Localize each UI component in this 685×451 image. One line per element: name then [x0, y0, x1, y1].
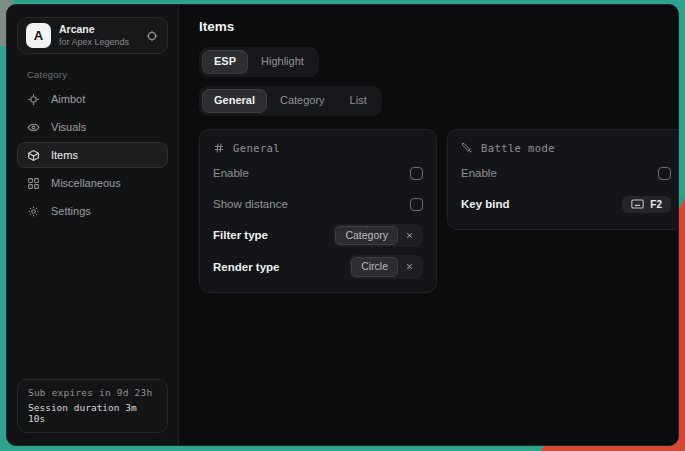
setting-label: Key bind [461, 198, 510, 210]
eye-icon [27, 121, 40, 134]
setting-row-enable: Enable [461, 162, 671, 185]
filter-type-select[interactable]: Category [333, 224, 423, 248]
main-content: Items ESP Highlight General Category Lis… [179, 5, 679, 445]
sidebar-item-label: Items [51, 149, 78, 161]
panel-general-header: General [213, 142, 423, 154]
sword-icon [461, 142, 473, 154]
view-tabbar: General Category List [199, 86, 382, 116]
panel-battle-mode: Battle mode Enable Key bind [447, 129, 679, 230]
sidebar-item-items[interactable]: Items [17, 142, 168, 168]
panel-title: General [233, 142, 280, 154]
setting-row-show-distance: Show distance [213, 193, 423, 216]
sidebar-item-settings[interactable]: Settings [17, 198, 168, 224]
sidebar: A Arcane for Apex Legends Category [7, 5, 179, 445]
sidebar-item-label: Settings [51, 205, 91, 217]
sidebar-nav: Aimbot Visuals Items [17, 85, 168, 225]
grid-icon [27, 177, 40, 190]
tab-esp[interactable]: ESP [202, 50, 248, 74]
panel-general: General Enable Show distance Filter type… [199, 129, 437, 293]
setting-label: Enable [213, 167, 249, 179]
sidebar-item-label: Visuals [51, 121, 86, 133]
crosshair-icon [27, 93, 40, 106]
setting-row-render-type: Render type Circle [213, 255, 423, 279]
tab-highlight[interactable]: Highlight [249, 50, 316, 74]
battle-enable-checkbox[interactable] [658, 167, 671, 180]
sidebar-item-label: Aimbot [51, 93, 85, 105]
render-type-select[interactable]: Circle [349, 255, 423, 279]
gear-icon [27, 205, 40, 218]
session-duration-text: Session duration 3m 10s [28, 402, 157, 424]
brand-logo: A [26, 23, 51, 48]
mode-tabbar: ESP Highlight [199, 47, 319, 77]
sub-expiry-text: Sub expires in 9d 23h [28, 387, 157, 398]
setting-row-filter-type: Filter type Category [213, 224, 423, 248]
setting-label: Enable [461, 167, 497, 179]
close-icon[interactable] [405, 262, 414, 271]
subscription-status-card: Sub expires in 9d 23h Session duration 3… [17, 379, 168, 433]
app-window: A Arcane for Apex Legends Category [6, 4, 679, 446]
box-icon [27, 149, 40, 162]
sidebar-item-miscellaneous[interactable]: Miscellaneous [17, 170, 168, 196]
sidebar-item-label: Miscellaneous [51, 177, 121, 189]
render-type-value[interactable]: Circle [351, 257, 398, 277]
setting-label: Show distance [213, 198, 288, 210]
panel-title: Battle mode [481, 142, 555, 154]
tab-list[interactable]: List [338, 89, 379, 113]
setting-row-enable: Enable [213, 162, 423, 185]
show-distance-checkbox[interactable] [410, 198, 423, 211]
setting-label: Filter type [213, 229, 268, 241]
brand-card: A Arcane for Apex Legends [17, 17, 168, 54]
setting-label: Render type [213, 261, 279, 273]
keybind-value: F2 [650, 199, 662, 210]
tab-general[interactable]: General [202, 89, 267, 113]
panel-battle-header: Battle mode [461, 142, 671, 154]
panels-row: General Enable Show distance Filter type… [199, 129, 679, 293]
close-icon[interactable] [405, 231, 414, 240]
target-icon[interactable] [145, 29, 159, 43]
setting-row-key-bind: Key bind F2 [461, 193, 671, 216]
enable-checkbox[interactable] [410, 167, 423, 180]
sidebar-section-label: Category [27, 69, 168, 80]
brand-name: Arcane [59, 23, 129, 36]
filter-type-value[interactable]: Category [335, 226, 398, 246]
sidebar-item-aimbot[interactable]: Aimbot [17, 86, 168, 112]
keybind-button[interactable]: F2 [622, 196, 671, 213]
page-title: Items [199, 19, 679, 34]
sidebar-item-visuals[interactable]: Visuals [17, 114, 168, 140]
hash-grid-icon [213, 142, 225, 154]
tab-category[interactable]: Category [268, 89, 337, 113]
keyboard-icon [631, 199, 644, 209]
brand-text: Arcane for Apex Legends [59, 23, 129, 47]
brand-subtitle: for Apex Legends [59, 37, 129, 48]
